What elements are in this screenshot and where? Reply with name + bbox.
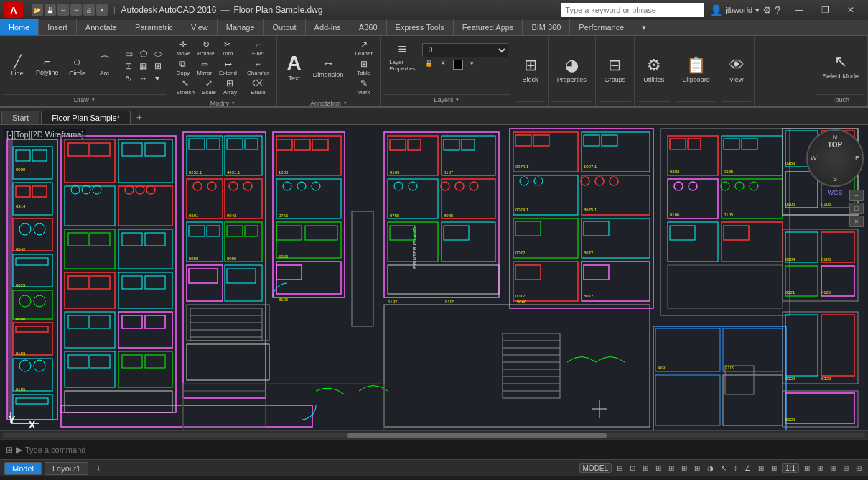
scale-indicator[interactable]: 1:1 [782,463,799,473]
chamfer-button[interactable]: ⌐Chamfer [244,58,272,77]
xline-button[interactable]: ↔ [136,73,151,84]
tab-floorplan[interactable]: Floor Plan Sample* [41,111,131,124]
layer-properties-button[interactable]: ≡ LayerProperties [385,39,419,74]
trim-button[interactable]: ✂Trim [219,39,236,57]
osnap-button[interactable]: ⊞ [666,464,676,472]
tb-save[interactable]: 💾 [45,4,56,16]
annotation-section-label[interactable]: Annotation ▾ [280,98,377,108]
model-tab[interactable]: Model [4,462,42,475]
tab-start[interactable]: Start [1,111,39,124]
properties-button[interactable]: ◕ Properties [553,54,591,86]
select-button[interactable]: ↖ [719,464,729,472]
lwt-button[interactable]: ⊞ [692,464,702,472]
layout1-tab[interactable]: Layout1 [45,462,88,475]
draw-section-label[interactable]: Draw ▾ [3,94,166,105]
tb-print[interactable]: 🖨 [83,4,95,16]
line-button[interactable]: ╱ Line [4,53,30,79]
transparency-button[interactable]: ◑ [705,464,716,472]
tab-view[interactable]: View [182,19,218,35]
polar-button[interactable]: ⊞ [653,464,663,472]
tab-more[interactable]: ▾ [633,19,655,35]
scale-button[interactable]: ⤢Scale [199,78,219,96]
gradient-button[interactable]: ▦ [136,60,150,72]
extend-button[interactable]: ↦Extend [216,58,240,77]
angle-snap-button[interactable]: ∠ [742,464,753,472]
nav-cube-top-label[interactable]: TOP [828,141,842,149]
clipboard-button[interactable]: 📋 Clipboard [678,54,714,86]
circle-button[interactable]: ○ Circle [65,53,90,79]
status-more-button[interactable]: ⊞ [854,464,864,472]
tab-featuredapps[interactable]: Featured Apps [454,19,523,35]
vp-restore-button[interactable]: □ [849,203,864,214]
viewport-scale[interactable]: ⊞ [769,464,779,472]
tab-manage[interactable]: Manage [218,19,264,35]
tab-a360[interactable]: A360 [350,19,387,35]
groups-button[interactable]: ⊟ Groups [600,54,630,86]
copy-button[interactable]: ⧉Copy [174,58,193,77]
utilities-button[interactable]: ⚙ Utilities [639,54,668,86]
hatch-button[interactable]: ⊡ [122,60,135,72]
vp-close-button[interactable]: × [849,216,864,227]
cmd-expand-icon[interactable]: ⊞ [6,445,13,455]
cmd-history-icon[interactable]: ▶ [16,445,22,455]
tb-undo[interactable]: ↩ [57,4,69,16]
tab-add-button[interactable]: + [132,110,146,124]
minimize-button[interactable]: — [786,0,812,20]
tab-bim360[interactable]: BIM 360 [523,19,570,35]
workspace-button[interactable]: ⊞ [802,464,812,472]
dimension-button[interactable]: ↔ Dimension [309,55,348,80]
clean-screen-button[interactable]: ⊞ [841,464,851,472]
polygon-button[interactable]: ⬠ [137,48,150,60]
modify-section-label[interactable]: Modify ▾ [172,98,274,108]
table-button[interactable]: ⊞Table [352,58,375,77]
layer-selector[interactable]: 0 Walls Furniture [422,43,508,57]
annotation-scale[interactable]: ⊞ [756,464,766,472]
scroll-thumb[interactable] [347,433,606,438]
mirror-button[interactable]: ⇔Mirror [194,58,215,77]
help-icon[interactable]: ? [775,4,780,16]
erase-button[interactable]: ⌫Erase [244,78,272,96]
stretch-button[interactable]: ⤡Stretch [174,78,197,96]
scrollbar-horizontal[interactable] [0,430,868,439]
grid-button[interactable]: ⊞ [615,464,625,472]
layers-section-label[interactable]: Layers ▾ [383,94,509,105]
rotate-button[interactable]: ↻Rotate [195,39,218,57]
rectangle-button[interactable]: ▭ [122,48,136,60]
cad-canvas[interactable]: 0039 0314 0042 0029 0048 0183 0185 [0,125,868,430]
selectmode-button[interactable]: ↖ Select Mode [818,50,863,82]
arc-button[interactable]: ⌒ Arc [92,53,118,79]
otrack-button[interactable]: ⊞ [679,464,689,472]
search-input[interactable] [561,3,704,17]
snap-button[interactable]: ⊡ [627,464,638,472]
tb-redo[interactable]: ↪ [70,4,82,16]
markup-button[interactable]: ✎Mark [352,78,375,96]
user-dropdown-icon[interactable]: ▾ [755,6,760,15]
unit-button[interactable]: ⊞ [815,464,825,472]
layout-add-button[interactable]: + [91,461,106,476]
vp-minimize-button[interactable]: − [849,190,864,201]
leader-button[interactable]: ↗Leader [352,39,375,57]
tab-performance[interactable]: Performance [570,19,633,35]
array-button[interactable]: ⊞Array [220,78,240,96]
tab-parametric[interactable]: Parametric [126,19,182,35]
polyline-button[interactable]: ⌐ Polyline [32,54,63,78]
layer-lock-button[interactable]: 🔓 [422,59,436,70]
text-button[interactable]: A Text [281,51,307,84]
layer-more-button[interactable]: ▾ [467,59,477,70]
layer-freeze-button[interactable]: ☀ [437,59,449,70]
selectmode-section-label[interactable]: Touch [817,94,864,105]
tab-addins[interactable]: Add-ins [306,19,350,35]
tab-expresstools[interactable]: Express Tools [387,19,454,35]
tb-more[interactable]: ▾ [96,4,108,16]
restore-button[interactable]: ❐ [812,0,838,20]
block-button[interactable]: ⊞ Block [518,54,543,86]
ellipse-button[interactable]: ⬭ [151,48,164,60]
close-button[interactable]: ✕ [838,0,864,20]
ortho-button[interactable]: ⊞ [640,464,650,472]
tab-output[interactable]: Output [264,19,306,35]
draw-more-button[interactable]: ▾ [152,73,162,84]
settings-icon[interactable]: ⚙ [762,4,772,16]
layer-color-box[interactable] [450,59,466,70]
boundary-button[interactable]: ⊞ [151,60,164,72]
tb-open[interactable]: 📂 [32,4,43,16]
